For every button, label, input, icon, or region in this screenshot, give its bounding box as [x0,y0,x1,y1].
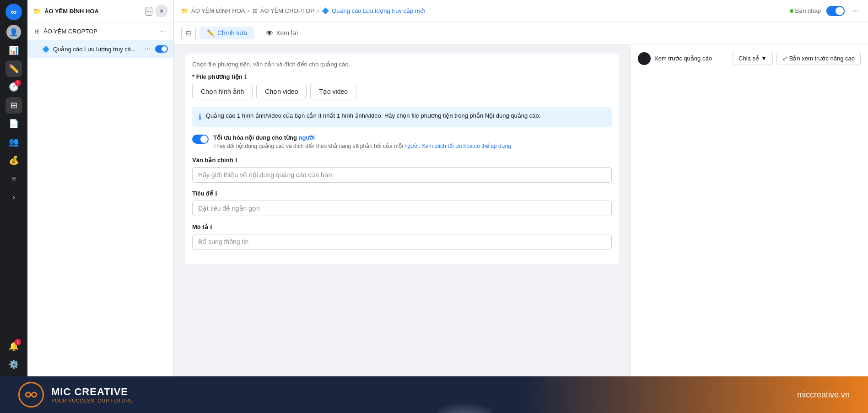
nav-item-label-croptop: ÁO YÊM CROPTOP [43,28,97,35]
money-icon[interactable]: 💰 [5,152,22,168]
nav-item-toggle-quangcao[interactable] [155,45,168,53]
advanced-preview-label: Bản xem trước nâng cao [789,55,855,62]
preview-area: Xem trước quảng cáo Chia sẻ ▼ ⤢ Bản xem … [630,44,868,376]
main-content: 📁 ÁO YÊM ĐÍNH HOA › ⊞ ÁO YÊM CROPTOP › 🔷… [174,0,868,376]
optimize-desc-link1[interactable]: người. [404,143,420,149]
title-label-text: Tiêu đề [192,190,213,197]
banner-left: MIC CREATIVE YOUR SUCCESS, OUR FUTURE [18,382,133,408]
description-input[interactable] [192,234,612,250]
optimize-desc-link2[interactable]: Xem cách tối ưu hóa có thể áp dụng [422,143,511,149]
description-info-icon[interactable]: ℹ [210,224,212,230]
optimize-title-link[interactable]: người [299,134,315,141]
preview-tab-label: Xem lại [276,29,298,37]
main-text-label: Văn bản chính ℹ [192,157,612,163]
breadcrumb-page-icon: 🔷 [322,7,329,14]
title-label: Tiêu đề ℹ [192,190,612,197]
main-text-field-group: Văn bản chính ℹ [192,157,612,183]
nav-item-quang-cao[interactable]: 🔷 Quảng cáo Lưu lượng truy cá... ··· [27,40,173,58]
breadcrumb-grid-icon: ⊞ [253,7,258,14]
advanced-preview-button[interactable]: ⤢ Bản xem trước nâng cao [776,52,861,65]
main-text-info-icon[interactable]: ℹ [235,157,237,163]
brand-tagline: YOUR SUCCESS, OUR FUTURE [51,398,133,403]
section-intro-text: Chọn file phương tiện, văn bản và đích đ… [192,61,612,68]
nav-item-left-quangcao: 🔷 Quảng cáo Lưu lượng truy cá... [42,46,136,53]
notification-badge: 1 [15,339,21,345]
choose-image-button[interactable]: Chọn hình ảnh [192,84,253,99]
choose-video-button[interactable]: Chọn video [256,84,307,99]
preview-dot [638,52,651,65]
media-info-icon[interactable]: ℹ [244,74,247,80]
optimize-title: Tối ưu hóa nội dung cho từng người [213,134,511,141]
banner-brand: MIC CREATIVE YOUR SUCCESS, OUR FUTURE [51,386,133,403]
breadcrumb-item-1: ÁO YÊM ĐÍNH HOA [191,7,245,14]
breadcrumb: 📁 ÁO YÊM ĐÍNH HOA › ⊞ ÁO YÊM CROPTOP › 🔷… [181,7,425,14]
nav-panel-close-button[interactable]: × [155,5,168,17]
main-text-label-text: Văn bản chính [192,157,233,163]
preview-tab-button[interactable]: 👁️ Xem lại [258,27,305,39]
list-icon[interactable]: ≡ [5,170,22,187]
expand-sidebar-button[interactable]: ⊟ [181,26,196,40]
people-icon[interactable]: 👥 [5,134,22,150]
clock-icon[interactable]: 🕐 1 [5,79,22,95]
share-button[interactable]: Chia sẻ ▼ [733,52,773,65]
draft-badge: Bản nháp [790,7,821,14]
description-field-group: Mô tả ℹ [192,223,612,250]
content-split: Chọn file phương tiện, văn bản và đích đ… [174,44,868,376]
edit-tab-icon: ✏️ [207,29,215,37]
media-info-box: ℹ Quảng cáo 1 hình ảnh/video của bạn cần… [192,107,612,127]
optimize-title-text: Tối ưu hóa nội dung cho từng [213,134,299,141]
nav-item-ao-yem-croptop[interactable]: ⊞ ÁO YÊM CROPTOP ··· [27,22,173,40]
collapse-sidebar-icon[interactable]: › [5,189,22,205]
banner-website: miccreative.vn [797,390,850,400]
breadcrumb-folder-icon: 📁 [181,7,189,14]
form-section-media: Chọn file phương tiện, văn bản và đích đ… [185,54,619,264]
optimize-desc-text: Thay đổi nội dung quảng cáo và đích đến … [213,143,404,149]
edit-tab-label: Chỉnh sửa [217,29,247,37]
clock-badge: 1 [15,80,21,86]
avatar-icon[interactable]: 👤 [5,24,22,40]
settings-icon[interactable]: ⚙️ [5,356,22,373]
meta-logo-icon[interactable]: ∞ [5,4,22,20]
top-toggle[interactable] [826,6,845,16]
bottom-banner: MIC CREATIVE YOUR SUCCESS, OUR FUTURE mi… [0,376,868,413]
breadcrumb-item-2: ÁO YÊM CROPTOP [260,7,314,14]
form-area: Chọn file phương tiện, văn bản và đích đ… [174,44,630,376]
nav-panel: 📁 ÁO YÊM ĐÍNH HOA ··· × ⊞ ÁO YÊM CROPTOP… [27,0,174,376]
nav-item-actions: ··· [158,26,168,36]
main-text-input[interactable] [192,167,612,183]
nav-panel-more-button[interactable]: ··· [146,7,152,16]
page-icon: 🔷 [42,46,49,53]
grid-small-icon: ⊞ [35,28,40,35]
edit-icon[interactable]: ✏️ [5,60,22,77]
draft-label: Bản nháp [795,7,821,14]
nav-item-more-button-croptop[interactable]: ··· [158,26,168,36]
preview-label-text: Xem trước quảng cáo [654,55,729,62]
expand-preview-icon: ⤢ [782,55,787,62]
draft-dot [790,9,793,13]
expand-sidebar-icon: ⊟ [186,29,191,37]
bar-chart-icon[interactable]: 📊 [5,42,22,59]
media-buttons-group: Chọn hình ảnh Chọn video Tạo video [192,84,612,99]
optimize-toggle[interactable] [192,135,209,144]
media-label-text: * File phương tiện [192,73,243,80]
grid-icon[interactable]: ⊞ [5,97,22,114]
banner-logo [18,382,44,408]
title-field-group: Tiêu đề ℹ [192,190,612,216]
title-input[interactable] [192,201,612,216]
breadcrumb-item-3: Quảng cáo Lưu lượng truy cập mới [332,7,425,14]
edit-tab-button[interactable]: ✏️ Chỉnh sửa [199,27,254,39]
info-box-text: Quảng cáo 1 hình ảnh/video của bạn cần í… [206,112,540,121]
mic-logo-svg [24,387,38,402]
media-field-label: * File phương tiện ℹ [192,73,612,80]
title-info-icon[interactable]: ℹ [215,190,217,197]
nav-item-more-button-quangcao[interactable]: ··· [143,44,152,54]
nav-panel-header: 📁 ÁO YÊM ĐÍNH HOA ··· × [27,0,173,22]
icon-sidebar: ∞ 👤 📊 ✏️ 🕐 1 ⊞ 📄 👥 💰 ≡ › 🔔 1 ⚙️ [0,0,27,376]
optimize-desc: Thay đổi nội dung quảng cáo và đích đến … [213,143,511,149]
description-label: Mô tả ℹ [192,223,612,230]
create-video-button[interactable]: Tạo video [310,84,356,99]
notification-icon[interactable]: 🔔 1 [5,338,22,354]
description-label-text: Mô tả [192,223,208,230]
top-bar-more-button[interactable]: ··· [850,4,861,17]
document-icon[interactable]: 📄 [5,115,22,132]
